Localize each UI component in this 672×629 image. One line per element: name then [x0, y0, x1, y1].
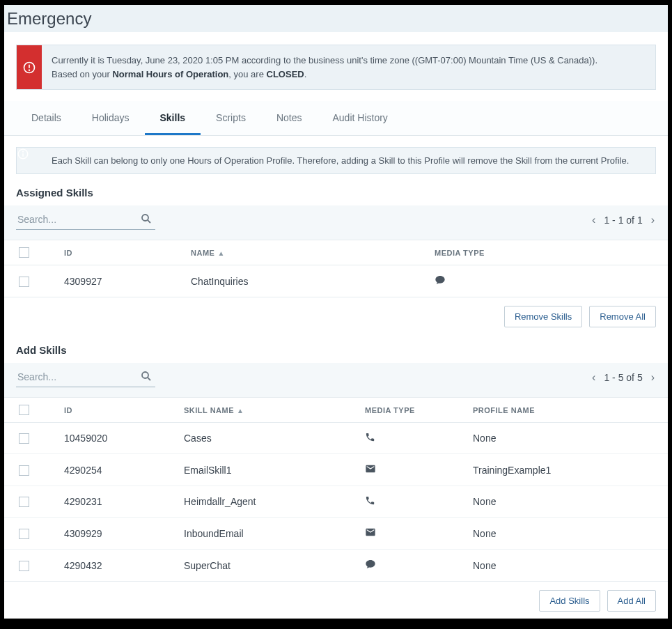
row-checkbox[interactable]: [19, 465, 29, 476]
add-pager-text: 1 - 5 of 5: [604, 372, 642, 383]
email-icon: [365, 527, 376, 538]
tab-details[interactable]: Details: [16, 101, 77, 135]
col-id[interactable]: ID: [43, 240, 182, 265]
tab-holidays[interactable]: Holidays: [77, 101, 145, 135]
add-search-input[interactable]: [16, 367, 155, 387]
col-media-type[interactable]: MEDIA TYPE: [357, 398, 464, 423]
sort-asc-icon: ▲: [237, 407, 244, 414]
add-skills-table: ID SKILL NAME▲ MEDIA TYPE PROFILE NAME 1…: [4, 398, 668, 582]
table-row: 10459020 Cases None: [4, 423, 668, 454]
table-row: 4290254 EmailSkill1 TrainingExample1: [4, 454, 668, 486]
cell-media: [357, 550, 464, 582]
cell-skill-name: EmailSkill1: [175, 454, 357, 486]
info-icon: [17, 148, 42, 173]
add-select-all[interactable]: [19, 405, 29, 415]
tab-skills[interactable]: Skills: [145, 101, 201, 135]
remove-skills-button[interactable]: Remove Skills: [504, 306, 582, 327]
tab-audit-history[interactable]: Audit History: [317, 101, 403, 135]
cell-id: 4309927: [43, 265, 182, 297]
add-prev-icon[interactable]: ‹: [591, 371, 597, 384]
info-alert: Each Skill can belong to only one Hours …: [16, 147, 656, 174]
cell-media: [357, 486, 464, 518]
cell-name: ChatInquiries: [182, 265, 426, 297]
cell-profile: TrainingExample1: [464, 454, 668, 486]
cell-id: 4290231: [43, 486, 175, 518]
row-checkbox[interactable]: [19, 277, 29, 287]
cell-media: [357, 423, 464, 454]
cell-profile: None: [464, 486, 668, 518]
col-media-type[interactable]: MEDIA TYPE: [426, 240, 668, 265]
cell-media: [426, 265, 668, 297]
svg-point-5: [23, 151, 24, 152]
assigned-prev-icon[interactable]: ‹: [591, 214, 597, 226]
alert-line1: Currently it is Tuesday, June 23, 2020 1…: [52, 55, 597, 65]
col-profile-name[interactable]: PROFILE NAME: [464, 398, 668, 423]
table-row: 4290432 SuperChat None: [4, 550, 668, 582]
row-checkbox[interactable]: [19, 433, 29, 444]
svg-line-9: [148, 378, 150, 380]
sort-asc-icon: ▲: [217, 249, 224, 257]
cell-profile: None: [464, 550, 668, 582]
page-title: Emergency: [7, 9, 91, 29]
svg-point-8: [142, 372, 148, 378]
assigned-pager: ‹ 1 - 1 of 1 ›: [591, 214, 656, 226]
assigned-search-wrap: [16, 210, 155, 230]
assigned-next-icon[interactable]: ›: [650, 214, 656, 226]
svg-point-6: [142, 215, 148, 221]
assigned-pager-text: 1 - 1 of 1: [604, 215, 642, 226]
cell-media: [357, 518, 464, 550]
assigned-skills-title: Assigned Skills: [16, 187, 656, 199]
cell-id: 4309929: [43, 518, 175, 550]
search-icon[interactable]: [140, 370, 153, 385]
row-checkbox[interactable]: [19, 529, 29, 539]
status-alert: Currently it is Tuesday, June 23, 2020 1…: [16, 45, 656, 90]
table-row: 4309929 InboundEmail None: [4, 518, 668, 550]
add-pager: ‹ 1 - 5 of 5 ›: [591, 371, 656, 384]
cell-id: 10459020: [43, 423, 175, 454]
assigned-select-all[interactable]: [19, 247, 29, 258]
add-all-button[interactable]: Add All: [607, 590, 656, 612]
tab-bar: Details Holidays Skills Scripts Notes Au…: [4, 101, 668, 136]
col-id[interactable]: ID: [43, 398, 175, 423]
phone-icon: [365, 495, 375, 506]
email-icon: [365, 463, 376, 474]
cell-id: 4290254: [43, 454, 175, 486]
chat-icon: [365, 559, 376, 570]
remove-all-button[interactable]: Remove All: [589, 306, 656, 327]
svg-point-2: [29, 70, 30, 70]
tab-notes[interactable]: Notes: [261, 101, 318, 135]
cell-skill-name: SuperChat: [175, 550, 357, 582]
chat-icon: [435, 274, 446, 286]
add-skills-title: Add Skills: [16, 344, 656, 356]
cell-media: [357, 454, 464, 486]
cell-profile: None: [464, 423, 668, 454]
tab-scripts[interactable]: Scripts: [201, 101, 261, 135]
cell-profile: None: [464, 518, 668, 550]
add-next-icon[interactable]: ›: [650, 371, 656, 384]
table-row: 4290231 Heimdallr_Agent None: [4, 486, 668, 518]
svg-line-7: [148, 220, 150, 223]
cell-skill-name: Cases: [175, 423, 357, 454]
col-name[interactable]: NAME▲: [182, 240, 426, 265]
assigned-search-input[interactable]: [16, 210, 155, 230]
alert-icon: [17, 45, 42, 89]
add-skills-button[interactable]: Add Skills: [539, 590, 600, 612]
row-checkbox[interactable]: [19, 497, 29, 507]
cell-skill-name: Heimdallr_Agent: [175, 486, 357, 518]
col-skill-name[interactable]: SKILL NAME▲: [175, 398, 357, 423]
phone-icon: [365, 432, 375, 442]
cell-id: 4290432: [43, 550, 175, 582]
cell-skill-name: InboundEmail: [175, 518, 357, 550]
info-message: Each Skill can belong to only one Hours …: [42, 148, 639, 173]
row-checkbox[interactable]: [19, 561, 29, 571]
add-search-wrap: [16, 367, 155, 387]
title-bar: Emergency: [4, 5, 668, 33]
assigned-skills-table: ID NAME▲ MEDIA TYPE 4309927 ChatInquirie…: [4, 240, 668, 297]
table-row: 4309927 ChatInquiries: [4, 265, 668, 297]
search-icon[interactable]: [140, 212, 153, 228]
